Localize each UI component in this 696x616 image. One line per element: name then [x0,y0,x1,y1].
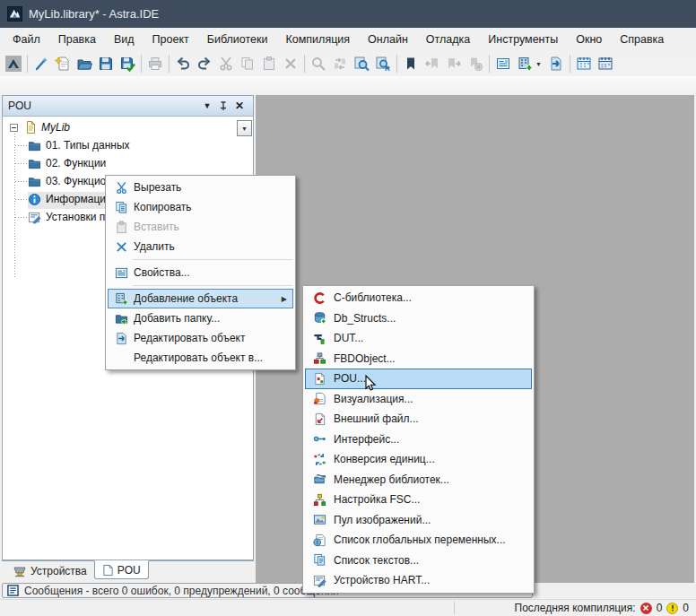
cut-icon[interactable] [215,53,237,74]
visualization-icon [306,392,334,405]
panel-pin-icon[interactable] [215,98,231,114]
submenu-item-pou[interactable]: POU... [305,369,532,389]
submenu-item-interface[interactable]: Интерфейс... [305,429,532,450]
title-bar: MyLib.library* - Astra.IDE [0,0,696,28]
menu-view[interactable]: Вид [105,28,144,51]
menu-window[interactable]: Окно [567,28,611,51]
toolbar-separator [489,55,490,73]
context-menu-item-cut[interactable]: Вырезать [108,178,293,197]
copy-icon[interactable] [237,53,258,74]
tree-root-label[interactable]: MyLib [41,121,70,134]
tree-row-folder[interactable]: 01. Типы данных [3,136,253,154]
watch-window-icon[interactable] [573,53,595,74]
warning-icon [666,603,678,614]
external-file-icon [306,412,334,426]
edit-object-icon[interactable] [545,53,567,74]
fbd-object-icon [306,351,334,365]
find-icon[interactable] [308,53,329,74]
submenu-item-text-list[interactable]: Список текстов... [305,551,532,571]
delete-icon [109,240,134,254]
submenu-item-image-pool[interactable]: Пул изображений... [305,510,532,531]
menu-libraries[interactable]: Библиотеки [198,28,277,51]
previous-bookmark-icon[interactable] [422,53,443,74]
redo-icon[interactable] [194,53,215,74]
menu-online[interactable]: Онлайн [359,28,417,51]
submenu-item-fsc-settings[interactable]: Настройка FSC... [305,490,532,510]
clear-bookmarks-icon[interactable] [465,53,486,74]
add-object-dropdown-caret[interactable]: ▼ [535,53,545,74]
context-menu-item-properties[interactable]: Свойства... [108,263,293,282]
panel-close-icon[interactable]: ✕ [231,98,248,114]
submenu-item-hart-device[interactable]: Устройство HART... [305,570,532,591]
astra-logo-icon[interactable] [3,53,24,74]
image-pool-icon [306,513,334,526]
menu-debug[interactable]: Отладка [417,28,479,51]
undo-icon[interactable] [172,53,194,74]
breakpoints-window-icon[interactable] [595,53,616,74]
tab-pou[interactable]: POU [94,560,149,579]
submenu-item-unit-conversion[interactable]: Конверсия единиц... [305,449,532,470]
submenu-item-external-file[interactable]: Внешний файл... [305,409,532,429]
mouse-cursor [362,375,378,392]
folder-icon [28,157,41,170]
svg-text:R: R [385,65,390,72]
tab-devices[interactable]: Устройства [5,561,94,580]
submenu-arrow-icon: ▶ [282,295,287,303]
properties-icon [109,266,134,280]
menu-tools[interactable]: Инструменты [479,28,567,51]
panel-dropdown-icon[interactable]: ▼ [199,98,215,114]
pou-panel-header: POU ▼ ✕ [3,96,253,117]
add-object-icon[interactable] [514,53,535,74]
window-title: MyLib.library* - Astra.IDE [29,7,159,21]
submenu-item-dut[interactable]: DUT... [305,328,532,349]
copy-icon [109,201,134,214]
menu-file[interactable]: Файл [4,28,49,51]
tree-row-folder[interactable]: 02. Функции [3,154,253,172]
tree-item-label[interactable]: 01. Типы данных [46,139,130,152]
submenu-item-library-manager[interactable]: Менеджер библиотек... [305,470,532,490]
toggle-bookmark-icon[interactable] [400,53,422,74]
tree-item-label[interactable]: 02. Функции [46,157,106,169]
paste-icon[interactable] [258,53,280,74]
submenu-item-global-variable-list[interactable]: Список глобальных переменных... [305,530,532,551]
context-menu-item-edit-object-in[interactable]: Редактировать объект в... [108,348,293,368]
tree-expand-toggle[interactable] [10,124,18,132]
add-object-icon [109,292,134,306]
print-icon[interactable] [144,53,166,74]
last-build-label: Последняя компиляция: [515,602,636,614]
next-bookmark-icon[interactable] [443,53,465,74]
menu-project[interactable]: Проект [144,28,198,51]
menu-build[interactable]: Компиляция [277,28,360,51]
wand-icon[interactable] [30,53,52,74]
context-menu-item-delete[interactable]: Удалить [108,237,293,256]
unit-conversion-icon [306,453,334,466]
delete-icon[interactable] [280,53,301,74]
context-menu-item-edit-object[interactable]: Редактировать объект [108,328,293,348]
context-menu-item-copy[interactable]: Копировать [108,197,293,217]
pou-icon [306,372,334,386]
main-toolbar: R ▼ [0,51,696,76]
new-file-icon[interactable] [52,53,74,74]
info-icon [28,193,41,206]
context-menu-item-add-folder[interactable]: Добавить папку... [108,308,293,328]
replace-icon[interactable] [329,53,351,74]
status-bar: Последняя компиляция: 0 0 [0,599,696,616]
find-in-project-icon[interactable] [351,53,372,74]
menu-help[interactable]: Справка [611,28,673,51]
replace-in-project-icon[interactable]: R [372,53,394,74]
library-icon [22,120,37,134]
submenu-item-visualization[interactable]: Визуализация... [305,389,532,410]
context-menu-item-add-object[interactable]: Добавление объекта ▶ [108,289,293,308]
menu-edit[interactable]: Правка [49,28,105,51]
open-file-icon[interactable] [74,53,95,74]
save-icon[interactable] [95,53,117,74]
save-all-icon[interactable] [117,53,138,74]
context-menu-item-paste[interactable]: Вставить [108,217,293,237]
paste-icon [109,221,134,234]
tree-filter-dropdown[interactable]: ▼ [237,120,252,136]
tree-row-root[interactable]: MyLib ▼ [3,118,253,136]
properties-icon[interactable] [492,53,514,74]
submenu-item-fbdobject[interactable]: FBDObject... [305,349,532,369]
submenu-item-db-structs[interactable]: Db_Structs... [305,308,532,329]
submenu-item-c-library[interactable]: С-библиотека... [305,288,532,308]
